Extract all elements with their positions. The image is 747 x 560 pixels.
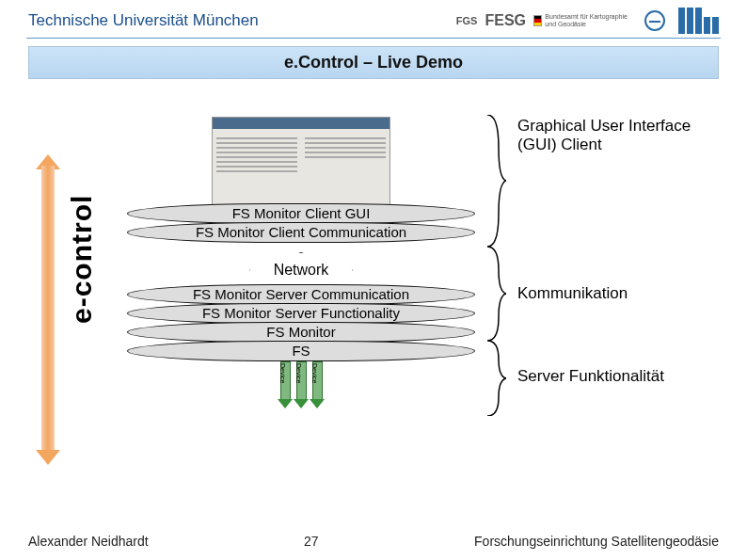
university-name: Technische Universität München bbox=[28, 11, 259, 30]
brace-bot bbox=[487, 341, 506, 416]
layer-label: FS Monitor Client GUI bbox=[127, 205, 475, 221]
brace-mid bbox=[487, 247, 506, 341]
footer-org: Forschungseinrichtung Satellitengeodäsie bbox=[474, 534, 719, 549]
tum-logo bbox=[678, 8, 719, 34]
header: Technische Universität München FGS FESG … bbox=[0, 0, 747, 38]
vertical-double-arrow bbox=[36, 154, 60, 465]
footer-page: 27 bbox=[149, 534, 474, 549]
slide-title: e.Control – Live Demo bbox=[28, 46, 719, 79]
network-label: Network bbox=[274, 262, 329, 278]
divider bbox=[26, 38, 721, 39]
device-label: Device bbox=[295, 363, 302, 383]
fesg-round-icon bbox=[644, 10, 665, 31]
fgs-logo: FGS bbox=[456, 15, 478, 26]
layer-label: FS Monitor Client Communication bbox=[127, 224, 475, 240]
device-label: Device bbox=[311, 363, 318, 383]
layer-label: FS Monitor bbox=[127, 324, 475, 340]
layer-label: FS Monitor Server Communication bbox=[127, 286, 475, 302]
gui-screenshot-thumb bbox=[212, 117, 390, 211]
fesg-logo: FESG bbox=[485, 12, 526, 29]
footer: Alexander Neidhardt 27 Forschungseinrich… bbox=[28, 534, 719, 549]
right-label-komm: Kommunikation bbox=[517, 284, 628, 303]
layer-fs-client-comm: FS Monitor Client Communication bbox=[127, 222, 475, 247]
footer-author: Alexander Neidhardt bbox=[28, 534, 149, 549]
device-arrow: Device bbox=[294, 361, 310, 408]
right-label-server: Server Funktionalität bbox=[517, 367, 664, 386]
header-logos: FGS FESG Bundesamt für Kartographie und … bbox=[456, 8, 719, 34]
network-cloud: Network bbox=[249, 252, 354, 288]
device-arrow: Device bbox=[278, 361, 294, 408]
layer-label: FS bbox=[127, 343, 475, 359]
device-arrow: Device bbox=[310, 361, 326, 408]
brace-top bbox=[487, 115, 506, 247]
right-label-gui: Graphical User Interface (GUI) Client bbox=[517, 117, 715, 154]
layer-label: FS Monitor Server Functionality bbox=[127, 305, 475, 321]
bkg-text: Bundesamt für Kartographie und Geodäsie bbox=[545, 13, 637, 27]
fesg-text: FESG bbox=[485, 12, 526, 29]
device-arrows: Device Device Device bbox=[127, 361, 475, 408]
bkg-logo: Bundesamt für Kartographie und Geodäsie bbox=[533, 13, 637, 27]
fgs-text: FGS bbox=[456, 15, 478, 26]
layer-stack: FS Monitor Client GUI FS Monitor Client … bbox=[127, 117, 475, 408]
device-label: Device bbox=[279, 363, 286, 383]
diagram: e-control FS Monitor Client GUI FS Monit… bbox=[28, 107, 719, 503]
e-control-label: e-control bbox=[66, 195, 98, 324]
